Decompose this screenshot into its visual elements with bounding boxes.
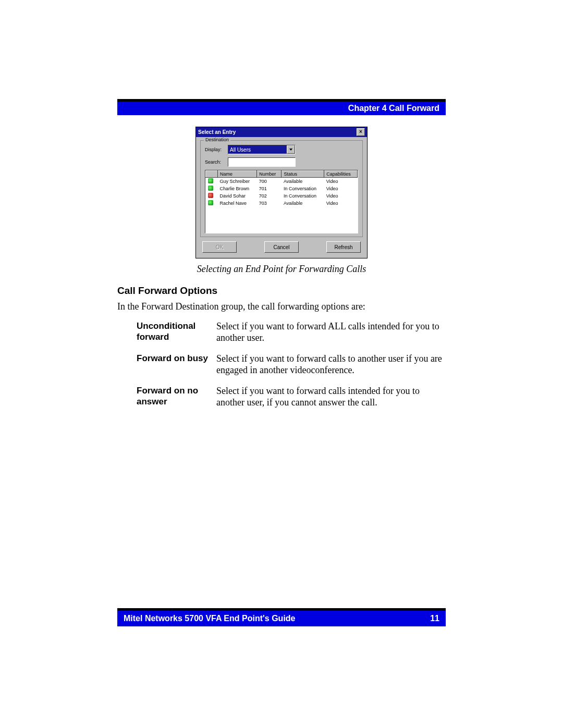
option-row: Forward on busy Select if you want to fo… <box>136 352 446 385</box>
option-desc: Select if you want to forward calls to a… <box>216 352 446 385</box>
dialog-body: Destination Display: All Users Search: <box>196 137 367 258</box>
group-legend: Destination <box>204 137 230 142</box>
entries-list[interactable]: Name Number Status Capabilities Guy Schr… <box>205 170 358 233</box>
page-number: 11 <box>430 614 439 623</box>
option-term: Forward on busy <box>136 352 216 385</box>
option-desc: Select if you want to forward calls inte… <box>216 385 446 417</box>
table-row[interactable]: Charlie Brown 701 In Conversation Video <box>206 185 358 192</box>
presence-icon <box>208 200 213 205</box>
select-entry-dialog: Select an Entry × Destination Display: A… <box>195 127 368 258</box>
option-desc: Select if you want to forward ALL calls … <box>216 320 446 352</box>
svg-marker-0 <box>289 149 292 151</box>
section-heading: Call Forward Options <box>117 285 446 297</box>
search-input[interactable] <box>228 157 296 167</box>
page-content: Chapter 4 Call Forward Select an Entry ×… <box>117 99 446 621</box>
section-intro: In the Forward Destination group, the ca… <box>117 301 446 313</box>
presence-icon <box>208 193 213 198</box>
col-status[interactable]: Status <box>282 171 324 178</box>
option-row: Forward on no answer Select if you want … <box>136 385 446 417</box>
dialog-titlebar: Select an Entry × <box>196 127 367 137</box>
chapter-header: Chapter 4 Call Forward <box>117 102 446 115</box>
option-term: Forward on no answer <box>136 385 216 417</box>
option-term: Unconditional forward <box>136 320 216 352</box>
option-row: Unconditional forward Select if you want… <box>136 320 446 352</box>
dialog-figure: Select an Entry × Destination Display: A… <box>117 127 446 258</box>
figure-caption: Selecting an End Point for Forwarding Ca… <box>117 264 446 275</box>
display-combo-value: All Users <box>228 147 287 153</box>
search-label: Search: <box>205 159 228 165</box>
footer-guide-title: Mitel Networks 5700 VFA End Point's Guid… <box>124 614 430 623</box>
ok-button[interactable]: OK <box>202 241 237 253</box>
display-combo[interactable]: All Users <box>228 145 296 154</box>
destination-group: Destination Display: All Users Search: <box>200 140 363 237</box>
table-row[interactable]: Rachel Nave 703 Available Video <box>206 200 358 207</box>
table-row[interactable]: David Sohar 702 In Conversation Video <box>206 192 358 200</box>
dialog-title: Select an Entry <box>198 129 357 135</box>
presence-icon <box>208 186 213 191</box>
display-label: Display: <box>205 147 228 152</box>
chevron-down-icon[interactable] <box>287 145 295 154</box>
close-icon[interactable]: × <box>357 128 365 136</box>
presence-icon <box>208 178 213 183</box>
page-footer: Mitel Networks 5700 VFA End Point's Guid… <box>117 608 446 626</box>
col-capabilities[interactable]: Capabilities <box>324 171 358 178</box>
cancel-button[interactable]: Cancel <box>264 241 299 253</box>
dialog-button-row: OK Cancel Refresh <box>200 237 363 254</box>
options-table: Unconditional forward Select if you want… <box>136 320 446 417</box>
refresh-button[interactable]: Refresh <box>326 241 361 253</box>
table-row[interactable]: Guy Schreiber 700 Available Video <box>206 178 358 186</box>
col-name[interactable]: Name <box>218 171 257 178</box>
col-number[interactable]: Number <box>257 171 282 178</box>
